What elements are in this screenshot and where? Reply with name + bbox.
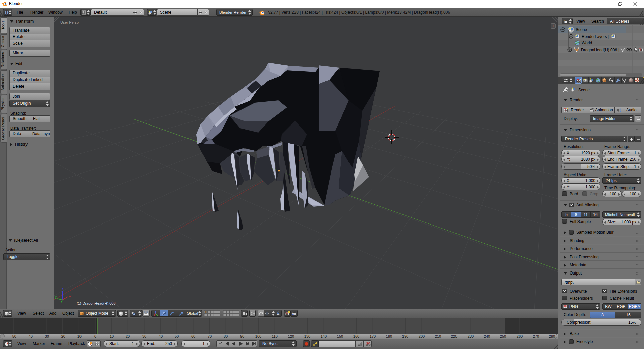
svg-text:-30: -30 [44,334,49,338]
svg-text:y: y [55,295,57,299]
svg-text:120: 120 [288,334,294,338]
svg-text:140: 140 [321,334,327,338]
svg-text:-50: -50 [11,334,16,338]
svg-text:70: 70 [208,334,212,338]
svg-text:x: x [69,294,71,297]
svg-text:260: 260 [517,334,523,338]
svg-text:190: 190 [402,334,408,338]
svg-text:40: 40 [159,334,163,338]
svg-text:80: 80 [224,334,228,338]
svg-text:-10: -10 [76,334,82,338]
svg-text:230: 230 [468,334,474,338]
svg-text:i: i [6,11,7,15]
svg-text:180: 180 [386,334,392,338]
svg-text:20: 20 [126,334,130,338]
svg-text:10: 10 [110,334,114,338]
svg-text:z: z [62,287,63,291]
svg-text:130: 130 [304,334,310,338]
svg-text:250: 250 [500,334,506,338]
svg-text:-40: -40 [27,334,33,338]
svg-text:170: 170 [370,334,376,338]
svg-text:240: 240 [484,334,490,338]
svg-text:90: 90 [240,334,244,338]
svg-text:100: 100 [255,334,261,338]
svg-text:220: 220 [451,334,457,338]
svg-text:60: 60 [191,334,195,338]
svg-text:110: 110 [272,334,278,338]
svg-text:280: 280 [549,334,555,338]
svg-text:270: 270 [533,334,539,338]
svg-text:30: 30 [142,334,146,338]
svg-text:0: 0 [94,334,96,338]
svg-text:150: 150 [337,334,343,338]
svg-text:160: 160 [353,334,359,338]
svg-text:210: 210 [435,334,441,338]
svg-text:200: 200 [419,334,425,338]
svg-text:-20: -20 [60,334,65,338]
svg-text:50: 50 [175,334,179,338]
